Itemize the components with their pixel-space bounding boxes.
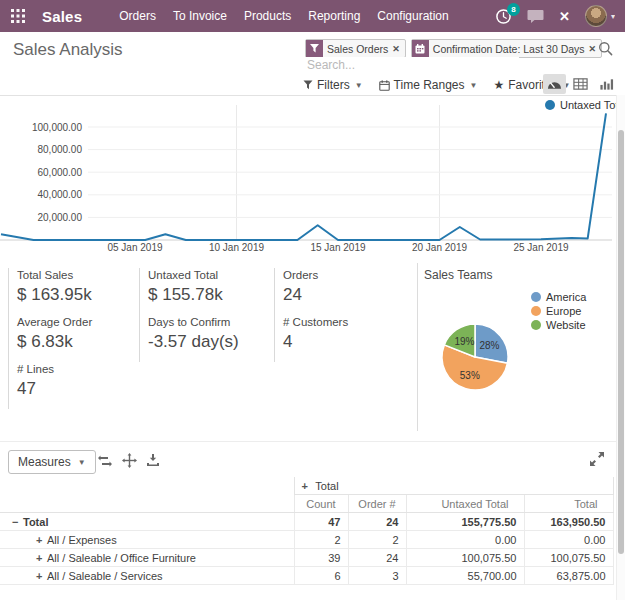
kpi-customers[interactable]: # Customers 4 [274,315,411,362]
expand-icon[interactable]: + [36,534,47,546]
calendar-icon [412,40,429,57]
row-label[interactable]: −Total [0,513,294,531]
kpi-days-to-confirm[interactable]: Days to Confirm -3.57 day(s) [139,315,274,362]
close-icon[interactable]: ✕ [559,9,570,24]
funnel-icon [303,80,313,90]
pivot-col-order[interactable]: Order # [348,495,406,513]
pivot-view-button[interactable] [569,74,592,94]
svg-text:40,000.00: 40,000.00 [38,189,83,200]
measures-button[interactable]: Measures▼ [8,450,96,474]
scrollbar-thumb[interactable] [618,130,624,554]
app-name[interactable]: Sales [42,8,82,25]
collapse-icon[interactable]: − [12,516,23,528]
kpi-orders[interactable]: Orders 24 [274,268,411,315]
filter-toolbar: Filters▼ Time Ranges▼ ★ Favorites▼ [303,78,570,92]
facet-sales-orders[interactable]: Sales Orders ✕ [305,39,406,58]
row-label[interactable]: +All / Expenses [0,531,294,549]
expand-all-icon[interactable] [122,453,137,468]
kpi-average-order[interactable]: Average Order $ 6.83k [8,315,139,362]
nav-menu: Orders To Invoice Products Reporting Con… [118,7,450,25]
download-icon[interactable] [146,453,160,468]
svg-text:15 Jan 2019: 15 Jan 2019 [310,242,365,253]
pie-slice-label: 19% [454,336,474,347]
legend-item-website[interactable]: Website [531,318,586,332]
chevron-down-icon: ▾ [611,12,615,21]
pivot-row-services: +All / Saleable / Services 6 3 55,700.00… [0,567,613,585]
sales-teams-pie-chart: 28%53%19% [433,313,517,401]
view-switcher [543,74,618,94]
pivot-section: Measures▼ [0,441,625,600]
svg-text:60,000.00: 60,000.00 [38,167,83,178]
pivot-row-office-furniture: +All / Saleable / Office Furniture 39 24… [0,549,613,567]
svg-text:25 Jan 2019: 25 Jan 2019 [513,242,568,253]
user-menu[interactable]: ▾ [585,5,615,27]
legend-item-america[interactable]: America [531,290,586,304]
graph-view-button[interactable] [595,74,618,94]
search-facets: Sales Orders ✕ Confirmation Date: Last 3… [305,39,602,58]
search-input[interactable] [305,57,519,73]
systray: 8 ✕ ▾ [495,5,615,27]
facet-label: Confirmation Date: Last 30 Days [429,40,589,57]
legend-item-europe[interactable]: Europe [531,304,586,318]
svg-text:80,000.00: 80,000.00 [38,144,83,155]
expand-icon[interactable]: + [36,570,47,582]
pivot-row-total: −Total 47 24 155,775.50 163,950.50 [0,513,613,531]
pie-slice-label: 28% [479,340,499,351]
star-icon: ★ [493,78,504,92]
filters-button[interactable]: Filters▼ [303,78,363,92]
row-label[interactable]: +All / Saleable / Services [0,567,294,585]
search-icon[interactable] [598,41,613,60]
facet-confirmation-date[interactable]: Confirmation Date: Last 30 Days ✕ [411,39,602,58]
nav-item-configuration[interactable]: Configuration [376,7,449,25]
kpi-total-sales[interactable]: Total Sales $ 163.95k [8,268,139,315]
chevron-down-icon: ▼ [355,81,363,90]
pivot-col-count[interactable]: Count [294,495,348,513]
calendar-icon [379,80,390,91]
svg-text:20 Jan 2019: 20 Jan 2019 [412,242,467,253]
activities-clock-icon[interactable]: 8 [495,8,512,25]
nav-item-reporting[interactable]: Reporting [307,7,361,25]
bar-chart-icon [599,77,614,91]
pivot-table: + Total Count Order # Untaxed Total Tota… [0,477,614,585]
line-chart-legend[interactable]: Untaxed Total [545,98,625,112]
chevron-down-icon: ▼ [78,458,86,467]
kpi-untaxed-total[interactable]: Untaxed Total $ 155.78k [139,268,274,315]
row-label[interactable]: +All / Saleable / Office Furniture [0,549,294,567]
pie-legend: America Europe Website [531,290,586,332]
time-ranges-button[interactable]: Time Ranges▼ [379,78,478,92]
facet-remove-icon[interactable]: ✕ [392,40,405,57]
pivot-table-icon [573,77,588,91]
filter-icon [306,40,323,57]
nav-item-to-invoice[interactable]: To Invoice [172,7,228,25]
facet-label: Sales Orders [323,40,392,57]
pivot-group-header[interactable]: + Total [294,477,613,495]
apps-menu-icon[interactable] [11,9,25,23]
legend-dot [531,320,541,330]
kpi-lines[interactable]: # Lines 47 [8,362,139,409]
legend-dot [531,292,541,302]
nav-item-orders[interactable]: Orders [118,7,157,25]
sales-teams-title: Sales Teams [424,268,492,282]
expand-icon[interactable]: + [36,552,47,564]
sales-line-chart: 100,000.0080,000.0060,000.0040,000.0020,… [0,95,625,255]
svg-text:20,000.00: 20,000.00 [38,212,83,223]
page-title: Sales Analysis [13,40,123,60]
pie-slice-label: 53% [460,370,480,381]
vertical-divider [417,263,418,431]
pivot-col-untaxed[interactable]: Untaxed Total [406,495,524,513]
activity-count-badge: 8 [507,3,520,16]
pivot-col-total[interactable]: Total [524,495,613,513]
kpi-grid: Total Sales $ 163.95k Untaxed Total $ 15… [8,268,411,409]
pivot-row-expenses: +All / Expenses 2 2 0.00 0.00 [0,531,613,549]
top-navbar: Sales Orders To Invoice Products Reporti… [0,0,625,32]
dashboard-view-button[interactable] [543,74,566,94]
expand-icon[interactable]: + [302,480,313,492]
flip-axis-icon[interactable] [97,453,113,468]
messages-icon[interactable] [527,9,544,24]
nav-item-products[interactable]: Products [243,7,292,25]
legend-dot [531,306,541,316]
gauge-icon [547,77,562,91]
svg-text:05 Jan 2019: 05 Jan 2019 [107,242,162,253]
svg-text:10 Jan 2019: 10 Jan 2019 [209,242,264,253]
fullscreen-icon[interactable] [590,452,604,470]
